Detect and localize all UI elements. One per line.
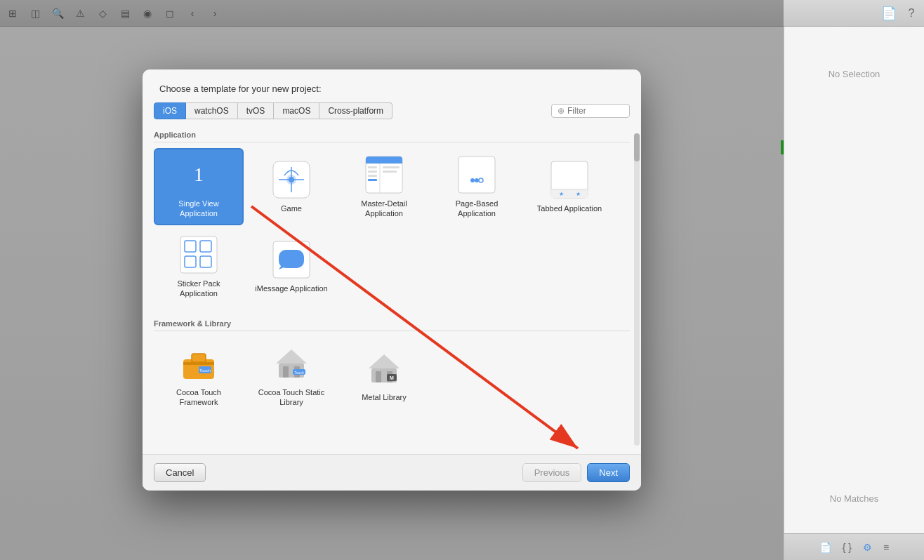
svg-text:★: ★ — [576, 191, 581, 197]
scrollbar-track[interactable] — [634, 133, 640, 446]
template-cocoa-touch-static[interactable]: Touch Cocoa Touch Static Library — [246, 337, 336, 414]
application-templates-grid: 1 Single View Application — [154, 148, 630, 225]
tab-watchos[interactable]: watchOS — [186, 102, 238, 119]
no-matches-label: No Matches — [830, 493, 878, 504]
tabbed-label: Tabbed Application — [537, 204, 602, 213]
previous-button[interactable]: Previous — [522, 463, 582, 482]
cocoa-touch-static-label: Cocoa Touch Static Library — [253, 387, 329, 408]
master-detail-label: Master-Detail Application — [346, 199, 422, 219]
template-imessage[interactable]: iMessage Application — [246, 228, 336, 305]
template-tabbed[interactable]: ★ ★ Tabbed Application — [524, 148, 614, 225]
filter-input[interactable] — [567, 106, 623, 116]
page-based-icon — [457, 155, 496, 194]
svg-text:Touch: Touch — [199, 368, 211, 373]
rp-doc-icon: 📄 — [819, 542, 831, 553]
single-view-label: Single View Application — [161, 199, 237, 219]
tab-crossplatform[interactable]: Cross-platform — [319, 102, 392, 119]
sticker-pack-label: Sticker Pack Application — [161, 279, 237, 299]
svg-rect-12 — [368, 179, 377, 181]
template-sticker-pack[interactable]: Sticker Pack Application — [154, 228, 244, 305]
tab-tvos[interactable]: tvOS — [238, 102, 275, 119]
svg-rect-7 — [366, 161, 402, 164]
svg-rect-13 — [383, 166, 400, 168]
application-section-header: Application — [154, 125, 630, 142]
framework-section-header: Framework & Library — [154, 314, 630, 331]
svg-rect-21 — [551, 189, 588, 189]
svg-rect-20 — [551, 189, 588, 198]
template-game[interactable]: Game — [246, 148, 336, 225]
no-selection-label: No Selection — [829, 69, 880, 79]
content-area: Application 1 Single View Application — [143, 125, 641, 454]
svg-point-4 — [289, 178, 293, 182]
scrollbar-thumb[interactable] — [634, 133, 640, 161]
cancel-button[interactable]: Cancel — [154, 463, 206, 482]
toolbar-doc-icon: 📄 — [882, 6, 896, 20]
svg-marker-44 — [369, 354, 400, 368]
svg-text:★: ★ — [559, 191, 564, 197]
svg-rect-11 — [368, 175, 377, 177]
cocoa-touch-framework-icon: Touch — [179, 344, 218, 383]
toolbar-help-icon: ? — [904, 6, 918, 20]
metal-library-icon: M — [364, 349, 404, 388]
svg-rect-9 — [368, 166, 377, 168]
template-chooser-dialog: Choose a template for your new project: … — [143, 69, 641, 491]
tab-macos[interactable]: macOS — [274, 102, 319, 119]
svg-rect-15 — [458, 156, 495, 193]
game-label: Game — [281, 204, 302, 213]
svg-rect-45 — [376, 371, 381, 382]
svg-text:M: M — [390, 375, 394, 380]
platform-tabs-row: iOS watchOS tvOS macOS Cross-platform ⊕ — [143, 94, 641, 119]
cocoa-touch-framework-label: Cocoa Touch Framework — [161, 387, 237, 408]
framework-templates-grid: Touch Cocoa Touch Framework — [154, 337, 630, 414]
imessage-label: iMessage Application — [255, 284, 327, 293]
rp-settings-icon: ⚙ — [863, 542, 872, 553]
single-view-icon: 1 — [179, 155, 218, 194]
rp-code-icon: { } — [843, 542, 852, 553]
svg-point-17 — [475, 178, 479, 182]
template-master-detail[interactable]: Master-Detail Application — [339, 148, 429, 225]
next-button[interactable]: Next — [587, 463, 630, 482]
rp-list-icon: ≡ — [883, 542, 889, 553]
svg-text:Touch: Touch — [294, 370, 304, 374]
tabbed-icon: ★ ★ — [550, 160, 589, 199]
sticker-pack-icon — [179, 235, 218, 274]
filter-icon: ⊕ — [557, 106, 565, 116]
template-page-based[interactable]: Page-Based Application — [432, 148, 522, 225]
svg-point-16 — [470, 178, 475, 182]
template-single-view[interactable]: 1 Single View Application — [154, 148, 244, 225]
tab-ios[interactable]: iOS — [154, 102, 186, 119]
application-templates-grid-2: Sticker Pack Application iMessage Applic… — [154, 228, 630, 305]
template-metal-library[interactable]: M Metal Library — [339, 337, 429, 414]
master-detail-icon — [364, 155, 404, 194]
imessage-icon — [272, 240, 311, 279]
svg-rect-39 — [283, 366, 289, 378]
dialog-overlay: Choose a template for your new project: … — [0, 0, 784, 560]
metal-library-label: Metal Library — [362, 392, 407, 402]
svg-rect-34 — [192, 354, 206, 362]
dialog-title: Choose a template for your new project: — [143, 69, 641, 94]
game-icon — [272, 160, 311, 199]
filter-area[interactable]: ⊕ — [551, 104, 630, 118]
cocoa-touch-static-icon: Touch — [272, 344, 311, 383]
right-panel: No Selection No Matches — [784, 27, 924, 560]
svg-marker-38 — [276, 349, 307, 364]
page-based-label: Page-Based Application — [439, 199, 515, 219]
svg-rect-30 — [279, 250, 304, 268]
svg-rect-14 — [383, 171, 397, 173]
dialog-footer: Cancel Previous Next — [143, 454, 641, 491]
svg-rect-10 — [368, 171, 377, 173]
right-panel-bottom-toolbar: 📄 { } ⚙ ≡ — [784, 533, 924, 560]
template-cocoa-touch-framework[interactable]: Touch Cocoa Touch Framework — [154, 337, 244, 414]
